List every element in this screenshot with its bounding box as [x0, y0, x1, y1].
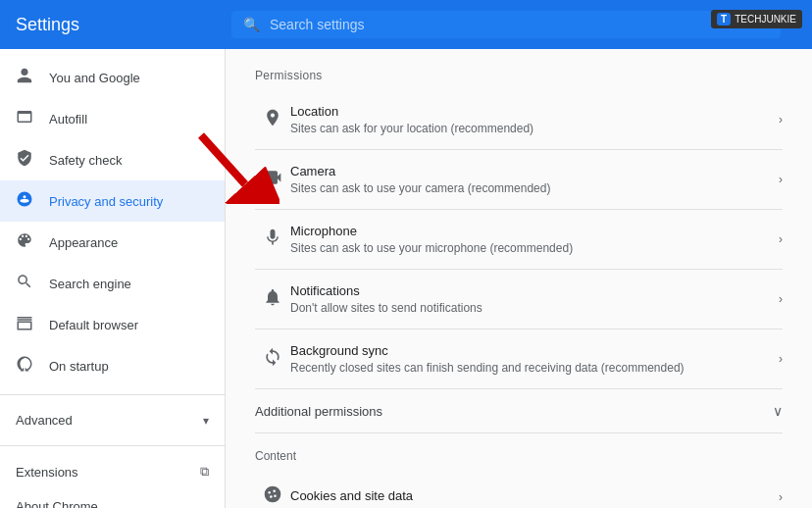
svg-point-3 — [265, 486, 281, 503]
sync-icon — [255, 347, 290, 372]
sidebar-item-label: Appearance — [49, 235, 209, 250]
autofill-icon — [16, 108, 33, 129]
additional-permissions[interactable]: Additional permissions ∨ — [255, 389, 783, 433]
permissions-title: Permissions — [255, 69, 783, 82]
chevron-right-icon: › — [779, 490, 783, 504]
notifications-text: Notifications Don't allow sites to send … — [290, 283, 779, 315]
permission-camera[interactable]: Camera Sites can ask to use your camera … — [255, 150, 783, 210]
sidebar-item-label: Search engine — [49, 277, 209, 291]
chevron-right-icon: › — [779, 113, 783, 127]
watermark-text: TECHJUNKIE — [735, 14, 796, 25]
microphone-desc: Sites can ask to use your microphone (re… — [290, 241, 779, 255]
bg-sync-desc: Recently closed sites can finish sending… — [290, 361, 779, 375]
chevron-right-icon: › — [779, 232, 783, 246]
chevron-down-icon: ▾ — [203, 414, 209, 428]
svg-point-4 — [268, 491, 271, 494]
chevron-down-icon: ∨ — [773, 403, 783, 419]
permission-location[interactable]: Location Sites can ask for your location… — [255, 90, 783, 150]
permission-microphone[interactable]: Microphone Sites can ask to use your mic… — [255, 210, 783, 270]
sidebar-item-privacy-security[interactable]: Privacy and security — [0, 180, 225, 222]
sidebar-item-autofill[interactable]: Autofill — [0, 98, 225, 139]
sidebar-item-about-chrome[interactable]: About Chrome — [0, 489, 225, 508]
sidebar-item-label: Default browser — [49, 318, 209, 332]
search-icon: 🔍 — [243, 17, 260, 32]
camera-name: Camera — [290, 164, 779, 178]
sidebar-item-label: Privacy and security — [49, 194, 209, 209]
microphone-icon — [255, 228, 290, 252]
sidebar-item-appearance[interactable]: Appearance — [0, 222, 225, 263]
location-name: Location — [290, 104, 779, 119]
browser-icon — [16, 314, 33, 335]
svg-point-5 — [273, 489, 276, 492]
additional-permissions-label: Additional permissions — [255, 404, 382, 419]
about-label: About Chrome — [16, 499, 209, 508]
location-text: Location Sites can ask for your location… — [290, 104, 779, 135]
content-section-title: Content — [255, 449, 783, 463]
cookies-text: Cookies and site data — [290, 488, 779, 506]
sidebar-divider — [0, 394, 225, 395]
sidebar-item-label: Safety check — [49, 153, 209, 168]
shield-icon — [16, 149, 33, 171]
main-layout: You and Google Autofill Safety check Pri… — [0, 49, 812, 508]
permission-background-sync[interactable]: Background sync Recently closed sites ca… — [255, 330, 783, 389]
microphone-name: Microphone — [290, 224, 779, 238]
watermark-badge: T — [717, 13, 731, 25]
sidebar-item-search-engine[interactable]: Search engine — [0, 263, 225, 304]
bg-sync-name: Background sync — [290, 343, 779, 358]
sidebar-item-safety-check[interactable]: Safety check — [0, 139, 225, 180]
sidebar-item-extensions[interactable]: Extensions ⧉ — [0, 454, 225, 489]
camera-desc: Sites can ask to use your camera (recomm… — [290, 181, 779, 195]
sidebar: You and Google Autofill Safety check Pri… — [0, 49, 226, 508]
top-bar: Settings 🔍 — [0, 0, 812, 49]
notifications-desc: Don't allow sites to send notifications — [290, 301, 779, 315]
sidebar-item-label: On startup — [49, 359, 209, 374]
sidebar-item-you-and-google[interactable]: You and Google — [0, 57, 225, 98]
sidebar-item-label: You and Google — [49, 71, 209, 85]
settings-title: Settings — [16, 15, 212, 35]
permission-cookies[interactable]: Cookies and site data › — [255, 471, 783, 508]
notifications-name: Notifications — [290, 283, 779, 298]
svg-point-7 — [270, 495, 273, 498]
privacy-icon — [16, 190, 33, 212]
camera-text: Camera Sites can ask to use your camera … — [290, 164, 779, 195]
person-icon — [16, 67, 33, 88]
extensions-label: Extensions — [16, 465, 78, 480]
watermark: T TECHJUNKIE — [711, 10, 802, 28]
microphone-text: Microphone Sites can ask to use your mic… — [290, 224, 779, 255]
chevron-right-icon: › — [779, 173, 783, 186]
sidebar-item-label: Autofill — [49, 112, 209, 127]
sidebar-divider-2 — [0, 445, 225, 446]
location-desc: Sites can ask for your location (recomme… — [290, 122, 779, 135]
content-area: Permissions Location Sites can ask for y… — [226, 49, 812, 508]
search-engine-icon — [16, 273, 33, 294]
cookies-icon — [255, 484, 290, 508]
location-icon — [255, 108, 290, 132]
sidebar-item-default-browser[interactable]: Default browser — [0, 304, 225, 345]
search-input[interactable] — [270, 17, 769, 32]
cookies-name: Cookies and site data — [290, 488, 779, 503]
sidebar-item-on-startup[interactable]: On startup — [0, 345, 225, 386]
permission-notifications[interactable]: Notifications Don't allow sites to send … — [255, 270, 783, 330]
camera-icon — [255, 168, 290, 192]
chevron-right-icon: › — [779, 292, 783, 306]
svg-point-6 — [274, 494, 277, 497]
bg-sync-text: Background sync Recently closed sites ca… — [290, 343, 779, 375]
advanced-label: Advanced — [16, 413, 187, 428]
startup-icon — [16, 355, 33, 377]
sidebar-item-advanced[interactable]: Advanced ▾ — [0, 403, 225, 437]
notification-icon — [255, 287, 290, 312]
external-link-icon: ⧉ — [200, 464, 209, 480]
chevron-right-icon: › — [779, 352, 783, 366]
appearance-icon — [16, 231, 33, 253]
search-bar[interactable]: 🔍 — [231, 11, 781, 38]
